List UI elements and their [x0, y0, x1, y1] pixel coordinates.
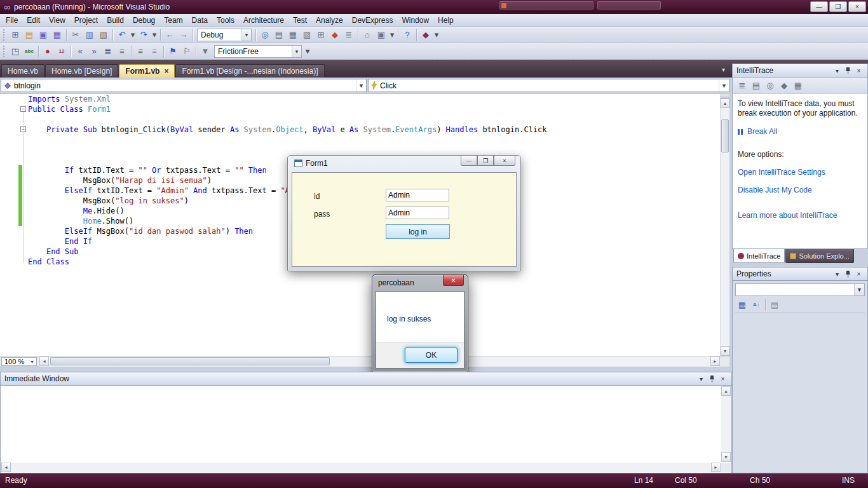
increase-indent-icon[interactable]: »: [87, 44, 101, 58]
paste-icon[interactable]: ▧: [97, 28, 111, 42]
navigate-backward-icon[interactable]: ←: [163, 28, 177, 42]
filter-icon[interactable]: ▼: [198, 44, 212, 58]
scroll-down-icon[interactable]: ▼: [721, 452, 731, 462]
frictionfree-combo[interactable]: FrictionFree▾: [214, 45, 302, 58]
find-in-files-icon[interactable]: ◎: [258, 28, 272, 42]
insert-snippet-icon[interactable]: 12: [55, 44, 69, 58]
horizontal-scrollbar[interactable]: ◄ ►: [1, 463, 721, 472]
scrollbar-thumb[interactable]: [721, 119, 729, 152]
undo-icon[interactable]: ↶: [115, 28, 129, 42]
pass-textbox[interactable]: [386, 207, 449, 219]
close-button[interactable]: ×: [848, 1, 866, 12]
add-item-icon[interactable]: ⊞: [8, 28, 22, 42]
redo-dropdown-icon[interactable]: ▾: [151, 28, 158, 42]
menu-tools[interactable]: Tools: [212, 15, 239, 26]
immediate-input-area[interactable]: ▲ ▼ ◄ ►: [0, 386, 732, 473]
form1-close-button[interactable]: ×: [494, 156, 515, 166]
decrease-indent-icon[interactable]: «: [73, 44, 87, 58]
pin-icon[interactable]: [707, 375, 717, 383]
window-position-icon[interactable]: ▾: [832, 67, 842, 74]
scroll-left-icon[interactable]: ◄: [39, 356, 49, 366]
box-selection-icon[interactable]: ◳: [8, 44, 22, 58]
pin-icon[interactable]: [843, 67, 853, 74]
toolbox-icon[interactable]: ⊞: [314, 28, 328, 42]
document-tab-form1-vb-design-nesian-indonesia[interactable]: Form1.vb [Design -...nesian (Indonesia)]: [175, 64, 324, 78]
scroll-up-icon[interactable]: ▲: [721, 98, 729, 108]
cut-icon[interactable]: ✂: [69, 28, 83, 42]
chevron-down-icon[interactable]: ▾: [28, 359, 36, 365]
toolbar-grip[interactable]: [3, 46, 6, 57]
chevron-down-icon[interactable]: ▼: [719, 79, 729, 92]
close-icon[interactable]: ×: [854, 67, 864, 74]
document-tab-home-vb-design[interactable]: Home.vb [Design]: [45, 64, 118, 78]
form1-maximize-button[interactable]: ❒: [477, 156, 494, 166]
window-position-icon[interactable]: ▾: [832, 271, 842, 278]
toggle-breakpoint-icon[interactable]: ●: [41, 44, 55, 58]
minimize-button[interactable]: —: [810, 1, 828, 12]
menu-edit[interactable]: Edit: [22, 15, 44, 26]
solution-explorer-tab[interactable]: Solution Explo...: [785, 249, 854, 263]
immediate-window-icon[interactable]: ≣: [342, 28, 356, 42]
menu-debug[interactable]: Debug: [128, 15, 159, 26]
solution-configurations-combo[interactable]: Debug▾: [197, 29, 252, 41]
login-button[interactable]: log in: [386, 224, 450, 239]
disable-just-my-code-link[interactable]: Disable Just My Code: [738, 186, 862, 194]
learn-more-intellitrace-link[interactable]: Learn more about IntelliTrace: [738, 211, 862, 220]
comment-icon[interactable]: ≡: [133, 44, 147, 58]
toolbar-options-icon[interactable]: ▾: [433, 28, 440, 42]
menu-build[interactable]: Build: [102, 15, 128, 26]
vertical-scrollbar[interactable]: ▲ ▼: [720, 94, 729, 356]
start-page-icon[interactable]: ⌂: [360, 28, 374, 42]
property-pages-icon[interactable]: ▤: [768, 298, 782, 312]
error-list-icon[interactable]: ◆: [328, 28, 342, 42]
scroll-right-icon[interactable]: ►: [710, 356, 720, 366]
menu-analyze[interactable]: Analyze: [311, 15, 348, 26]
menu-file[interactable]: File: [1, 15, 22, 26]
categorized-icon[interactable]: ▦: [735, 298, 749, 312]
chevron-down-icon[interactable]: ▼: [854, 284, 864, 295]
menu-view[interactable]: View: [44, 15, 70, 26]
settings-icon[interactable]: ▦: [791, 79, 805, 93]
menu-project[interactable]: Project: [70, 15, 102, 26]
chevron-down-icon[interactable]: ▾: [241, 29, 251, 41]
navigate-forward-icon[interactable]: →: [177, 28, 191, 42]
copy-icon[interactable]: ▥: [83, 28, 97, 42]
menu-test[interactable]: Test: [288, 15, 311, 26]
msgbox-close-button[interactable]: ×: [443, 275, 464, 286]
object-browser-icon[interactable]: ▧: [300, 28, 314, 42]
bullet-list-icon[interactable]: ≣: [101, 44, 115, 58]
scroll-down-icon[interactable]: ▼: [721, 346, 729, 356]
document-tab-form1-vb[interactable]: Form1.vb×: [119, 64, 175, 78]
filter-icon[interactable]: ◆: [777, 79, 791, 93]
ok-button[interactable]: OK: [405, 348, 458, 363]
window-position-icon[interactable]: ▾: [696, 376, 706, 383]
numbered-list-icon[interactable]: ≡: [115, 44, 129, 58]
toolbar-options-icon[interactable]: ▾: [388, 28, 396, 42]
save-icon[interactable]: ▣: [36, 28, 50, 42]
break-all-link[interactable]: Break All: [738, 127, 862, 136]
solution-explorer-icon[interactable]: ▤: [272, 28, 286, 42]
alphabetical-icon[interactable]: A↓: [749, 298, 763, 312]
id-textbox[interactable]: [386, 189, 449, 201]
splitter-handle[interactable]: [721, 94, 729, 98]
open-intellitrace-settings-link[interactable]: Open IntelliTrace Settings: [738, 168, 862, 177]
close-tab-icon[interactable]: ×: [164, 67, 168, 75]
new-window-icon[interactable]: ▣: [374, 28, 388, 42]
properties-window-icon[interactable]: ▦: [286, 28, 300, 42]
document-list-dropdown-icon[interactable]: ▾: [722, 66, 725, 73]
collapse-region-icon[interactable]: −: [20, 106, 26, 112]
scroll-up-icon[interactable]: ▲: [721, 386, 731, 396]
save-all-icon[interactable]: ▦: [50, 28, 64, 42]
help-icon[interactable]: ?: [400, 28, 414, 42]
undo-dropdown-icon[interactable]: ▾: [129, 28, 137, 42]
scroll-right-icon[interactable]: ►: [711, 463, 721, 472]
maximize-button[interactable]: ❒: [829, 1, 847, 12]
redo-icon[interactable]: ↷: [137, 28, 151, 42]
chevron-down-icon[interactable]: ▾: [292, 46, 301, 57]
close-icon[interactable]: ×: [854, 271, 864, 278]
toggle-bookmark-icon[interactable]: ⚑: [166, 44, 180, 58]
toolbar-options-icon[interactable]: ▾: [304, 44, 311, 58]
pin-icon[interactable]: [843, 270, 853, 278]
chevron-down-icon[interactable]: ▼: [356, 79, 366, 92]
menu-data[interactable]: Data: [187, 15, 212, 26]
